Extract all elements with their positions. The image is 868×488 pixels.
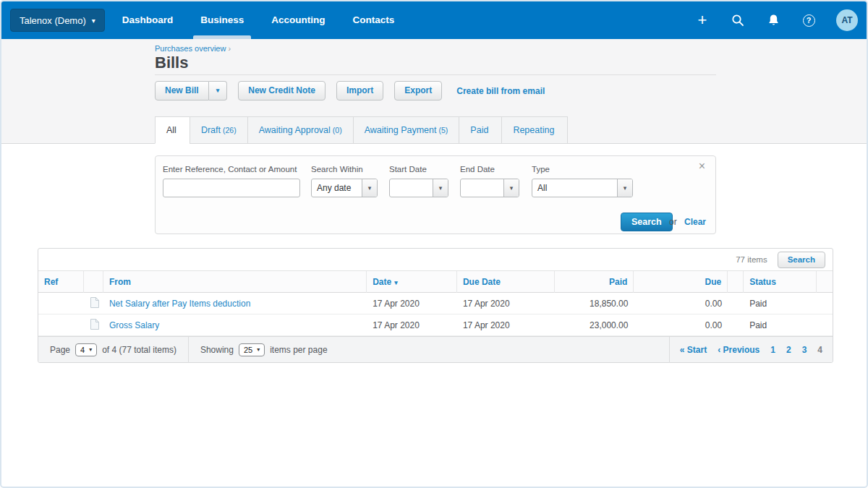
nav-business[interactable]: Business (200, 1, 244, 39)
page-control: Page 4 ▾ of 4 (77 total items) (38, 337, 188, 363)
cell-date: 17 Apr 2020 (367, 299, 457, 309)
table-search-button[interactable]: Search (778, 252, 825, 268)
breadcrumb-link[interactable]: Purchases overview (155, 44, 226, 53)
per-page-suffix: items per page (270, 345, 327, 355)
end-date-select[interactable]: ▾ (460, 179, 519, 197)
top-nav: Talenox (Demo) ▾ Dashboard Business Acco… (1, 1, 867, 39)
cell-from: Gross Salary (103, 320, 367, 330)
tab-repeating[interactable]: Repeating (501, 116, 568, 144)
column-header-status[interactable]: Status (744, 271, 817, 293)
bell-icon[interactable] (765, 12, 781, 28)
per-page-control: Showing 25 ▾ items per page (189, 337, 339, 363)
chevron-down-icon: ▾ (362, 179, 377, 197)
table-toolbar: 77 items Search (38, 249, 833, 271)
reference-search-label: Enter Reference, Contact or Amount (163, 165, 300, 174)
main-menu: Dashboard Business Accounting Contacts (122, 1, 395, 39)
filter-search-button[interactable]: Search (621, 213, 673, 231)
cell-from: Net Salary after Pay Items deduction (103, 299, 367, 309)
table-row[interactable]: Net Salary after Pay Items deduction 17 … (38, 293, 833, 314)
table-row[interactable]: Gross Salary 17 Apr 2020 17 Apr 2020 23,… (38, 314, 833, 336)
document-icon (90, 318, 100, 333)
search-icon[interactable] (730, 12, 746, 28)
export-button[interactable]: Export (394, 81, 442, 100)
column-header-spacer-end (817, 271, 833, 293)
cell-icon (84, 318, 103, 333)
plus-icon[interactable]: + (694, 12, 710, 28)
showing-label: Showing (200, 345, 234, 355)
cell-due: 0.00 (634, 299, 728, 309)
breadcrumb-arrow-icon: › (228, 44, 231, 53)
tab-draft[interactable]: Draft(26) (190, 116, 248, 144)
column-header-due[interactable]: Due (634, 271, 728, 293)
column-header-icon (84, 271, 103, 293)
bill-link[interactable]: Gross Salary (109, 320, 159, 330)
clear-filters-link[interactable]: Clear (684, 217, 706, 227)
pagination-page-4-current: 4 (817, 345, 822, 355)
cell-due-date: 17 Apr 2020 (457, 299, 555, 309)
help-icon[interactable]: ? (801, 12, 817, 28)
cell-status: Paid (744, 320, 817, 330)
end-date-field: End Date ▾ (460, 165, 519, 200)
new-bill-dropdown-button[interactable]: ▾ (209, 81, 228, 100)
org-switcher-button[interactable]: Talenox (Demo) ▾ (10, 9, 105, 32)
type-select[interactable]: All ▾ (532, 179, 633, 197)
tab-paid[interactable]: Paid (459, 116, 502, 144)
new-bill-button[interactable]: New Bill (155, 81, 209, 100)
search-within-field: Search Within Any date ▾ (311, 165, 378, 197)
new-bill-split-button: New Bill ▾ (155, 81, 227, 100)
pagination: « Start ‹ Previous 1 2 3 4 (670, 345, 833, 355)
table-header-row: Ref From Date▾ Due Date Paid Due Status (38, 271, 833, 293)
pagination-page-3[interactable]: 3 (802, 345, 807, 355)
page-title: Bills (155, 53, 188, 72)
chevron-down-icon: ▾ (216, 87, 220, 94)
status-tabs: All Draft(26) Awaiting Approval(0) Await… (155, 116, 568, 144)
import-button[interactable]: Import (336, 81, 383, 100)
column-header-spacer (728, 271, 744, 293)
type-label: Type (532, 165, 633, 174)
start-date-label: Start Date (389, 165, 448, 174)
nav-contacts[interactable]: Contacts (353, 1, 395, 39)
cell-paid: 23,000.00 (555, 320, 634, 330)
bill-link[interactable]: Net Salary after Pay Items deduction (109, 299, 250, 309)
tab-awaiting-payment[interactable]: Awaiting Payment(5) (353, 116, 460, 144)
tab-all[interactable]: All (155, 116, 190, 144)
type-field: Type All ▾ (532, 165, 633, 197)
table-footer: Page 4 ▾ of 4 (77 total items) Showing 2… (38, 336, 833, 362)
start-date-select[interactable]: ▾ (389, 179, 448, 197)
avatar[interactable]: AT (836, 9, 858, 31)
cell-due-date: 17 Apr 2020 (457, 320, 555, 330)
page-select[interactable]: 4 ▾ (75, 343, 97, 356)
nav-accounting[interactable]: Accounting (271, 1, 325, 39)
sort-desc-icon: ▾ (394, 279, 398, 286)
close-icon[interactable]: × (699, 160, 705, 172)
column-header-paid[interactable]: Paid (555, 271, 634, 293)
pagination-previous[interactable]: ‹ Previous (718, 345, 760, 355)
pagination-start[interactable]: « Start (680, 345, 707, 355)
chevron-down-icon: ▾ (433, 179, 448, 197)
or-text: or (669, 217, 677, 227)
column-header-due-date[interactable]: Due Date (457, 271, 555, 293)
search-within-select[interactable]: Any date ▾ (311, 179, 378, 197)
items-count: 77 items (736, 255, 767, 264)
cell-icon (84, 296, 103, 311)
start-date-field: Start Date ▾ (389, 165, 448, 200)
tab-awaiting-approval[interactable]: Awaiting Approval(0) (247, 116, 354, 144)
column-header-ref[interactable]: Ref (38, 271, 84, 293)
chevron-down-icon: ▾ (503, 179, 519, 197)
per-page-select[interactable]: 25 ▾ (239, 343, 265, 356)
cell-status: Paid (744, 299, 817, 309)
reference-search-input[interactable] (163, 179, 300, 197)
cell-paid: 18,850.00 (555, 299, 634, 309)
pagination-page-1[interactable]: 1 (770, 345, 775, 355)
chevron-down-icon: ▾ (92, 17, 95, 25)
create-bill-from-email-link[interactable]: Create bill from email (456, 86, 545, 96)
pagination-page-2[interactable]: 2 (786, 345, 791, 355)
column-header-from[interactable]: From (103, 271, 367, 293)
app-window: Talenox (Demo) ▾ Dashboard Business Acco… (0, 0, 868, 488)
page-label: Page (50, 345, 70, 355)
reference-search-field: Enter Reference, Contact or Amount (163, 165, 300, 197)
new-credit-note-button[interactable]: New Credit Note (238, 81, 326, 100)
nav-dashboard[interactable]: Dashboard (122, 1, 174, 39)
chevron-down-icon: ▾ (257, 346, 260, 353)
column-header-date[interactable]: Date▾ (367, 271, 457, 293)
